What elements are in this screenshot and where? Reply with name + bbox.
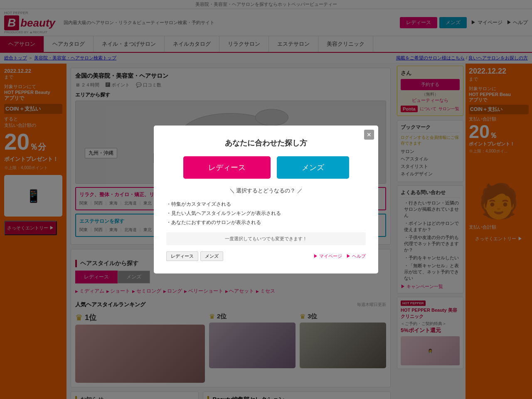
gender-select-modal: ✕ あなたに合わせた探し方 レディース メンズ ＼ 選択するとどうなるの？ ／ … <box>154 126 378 273</box>
modal-title: あなたに合わせた探し方 <box>166 138 366 148</box>
modal-small-buttons: レディース メンズ <box>166 251 223 261</box>
modal-benefits: ・特集がカスタマイズされる ・見たい人気ヘアスタイルランキングが表示される ・あ… <box>166 201 366 226</box>
benefit-2: ・見たい人気ヘアスタイルランキングが表示される <box>166 210 366 217</box>
modal-ladies-button[interactable]: レディース <box>183 156 271 179</box>
modal-overlay[interactable]: ✕ あなたに合わせた探し方 レディース メンズ ＼ 選択するとどうなるの？ ／ … <box>0 0 532 399</box>
modal-mypage-link[interactable]: ▶ マイページ <box>313 253 342 259</box>
modal-footer: レディース メンズ ▶ マイページ ▶ ヘルプ <box>166 251 366 261</box>
benefit-1: ・特集がカスタマイズされる <box>166 201 366 208</box>
modal-mens-button[interactable]: メンズ <box>277 156 349 179</box>
benefit-3: ・あなたにおすすめのサロンが表示される <box>166 219 366 226</box>
modal-gender-buttons: レディース メンズ <box>166 156 366 179</box>
modal-footer-links: ▶ マイページ ▶ ヘルプ <box>313 253 366 259</box>
modal-help-link[interactable]: ▶ ヘルプ <box>346 253 366 259</box>
modal-note: 一度選択してもいつでも変更できます！ <box>166 232 366 245</box>
modal-question: ＼ 選択するとどうなるの？ ／ <box>166 187 366 195</box>
modal-small-mens[interactable]: メンズ <box>200 251 223 261</box>
modal-close-button[interactable]: ✕ <box>364 130 374 140</box>
modal-small-ladies[interactable]: レディース <box>166 251 198 261</box>
